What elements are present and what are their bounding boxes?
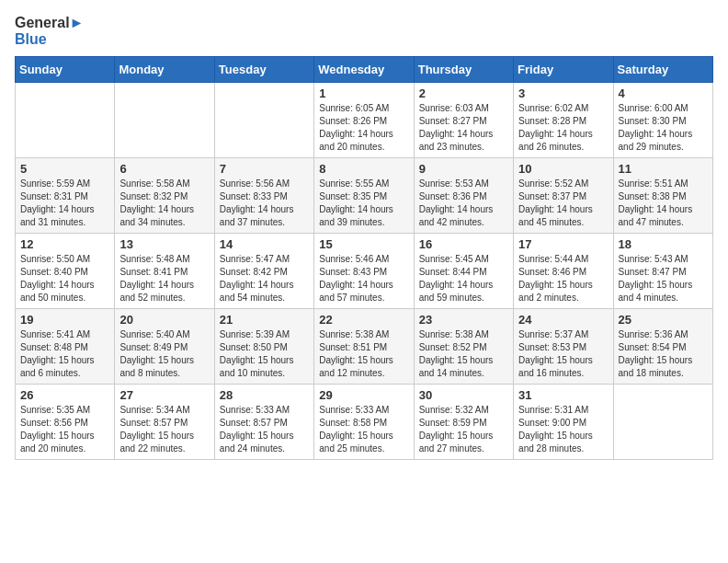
- day-cell: 4Sunrise: 6:00 AM Sunset: 8:30 PM Daylig…: [613, 83, 712, 158]
- weekday-header-sunday: Sunday: [16, 57, 115, 83]
- day-number: 31: [518, 388, 608, 402]
- weekday-header-monday: Monday: [115, 57, 214, 83]
- logo-general: General►: [15, 15, 84, 31]
- day-number: 18: [619, 237, 708, 251]
- week-row-3: 12Sunrise: 5:50 AM Sunset: 8:40 PM Dayli…: [16, 234, 713, 309]
- week-row-4: 19Sunrise: 5:41 AM Sunset: 8:48 PM Dayli…: [16, 309, 713, 385]
- day-number: 12: [20, 237, 109, 251]
- day-info: Sunrise: 5:43 AM Sunset: 8:47 PM Dayligh…: [619, 253, 708, 304]
- day-cell: [115, 83, 214, 158]
- day-cell: 23Sunrise: 5:38 AM Sunset: 8:52 PM Dayli…: [414, 309, 513, 385]
- day-number: 7: [220, 162, 309, 176]
- day-cell: [613, 385, 712, 460]
- day-cell: 13Sunrise: 5:48 AM Sunset: 8:41 PM Dayli…: [115, 234, 214, 309]
- day-cell: 7Sunrise: 5:56 AM Sunset: 8:33 PM Daylig…: [214, 158, 313, 234]
- day-number: 5: [20, 162, 109, 176]
- day-info: Sunrise: 6:00 AM Sunset: 8:30 PM Dayligh…: [619, 102, 708, 154]
- day-info: Sunrise: 5:51 AM Sunset: 8:38 PM Dayligh…: [619, 178, 708, 229]
- day-number: 21: [220, 313, 309, 327]
- day-cell: 27Sunrise: 5:34 AM Sunset: 8:57 PM Dayli…: [115, 385, 214, 460]
- day-number: 14: [220, 237, 309, 251]
- day-number: 1: [319, 86, 408, 100]
- day-cell: 5Sunrise: 5:59 AM Sunset: 8:31 PM Daylig…: [16, 158, 115, 234]
- logo-svg: General► Blue: [15, 15, 84, 47]
- day-cell: 31Sunrise: 5:31 AM Sunset: 9:00 PM Dayli…: [514, 385, 613, 460]
- day-number: 29: [319, 388, 408, 402]
- day-cell: 20Sunrise: 5:40 AM Sunset: 8:49 PM Dayli…: [115, 309, 214, 385]
- day-number: 23: [419, 313, 508, 327]
- day-cell: 1Sunrise: 6:05 AM Sunset: 8:26 PM Daylig…: [314, 83, 414, 158]
- day-cell: 24Sunrise: 5:37 AM Sunset: 8:53 PM Dayli…: [514, 309, 613, 385]
- day-cell: 22Sunrise: 5:38 AM Sunset: 8:51 PM Dayli…: [314, 309, 414, 385]
- day-info: Sunrise: 5:36 AM Sunset: 8:54 PM Dayligh…: [619, 328, 708, 380]
- day-number: 3: [518, 86, 608, 100]
- day-info: Sunrise: 5:58 AM Sunset: 8:32 PM Dayligh…: [119, 178, 209, 229]
- day-info: Sunrise: 5:35 AM Sunset: 8:56 PM Dayligh…: [20, 404, 109, 455]
- day-number: 8: [319, 162, 408, 176]
- day-info: Sunrise: 5:34 AM Sunset: 8:57 PM Dayligh…: [119, 404, 209, 455]
- day-cell: 30Sunrise: 5:32 AM Sunset: 8:59 PM Dayli…: [414, 385, 513, 460]
- day-info: Sunrise: 6:03 AM Sunset: 8:27 PM Dayligh…: [419, 102, 508, 154]
- day-info: Sunrise: 5:47 AM Sunset: 8:42 PM Dayligh…: [220, 253, 309, 304]
- day-number: 22: [319, 313, 408, 327]
- day-cell: 16Sunrise: 5:45 AM Sunset: 8:44 PM Dayli…: [414, 234, 513, 309]
- day-number: 13: [119, 237, 209, 251]
- day-cell: 28Sunrise: 5:33 AM Sunset: 8:57 PM Dayli…: [214, 385, 313, 460]
- day-info: Sunrise: 5:53 AM Sunset: 8:36 PM Dayligh…: [419, 178, 508, 229]
- day-info: Sunrise: 5:45 AM Sunset: 8:44 PM Dayligh…: [419, 253, 508, 304]
- day-cell: 2Sunrise: 6:03 AM Sunset: 8:27 PM Daylig…: [414, 83, 513, 158]
- day-number: 30: [419, 388, 508, 402]
- day-number: 10: [518, 162, 608, 176]
- day-info: Sunrise: 5:31 AM Sunset: 9:00 PM Dayligh…: [518, 404, 608, 455]
- day-number: 19: [20, 313, 109, 327]
- page-header: General► Blue: [15, 15, 713, 47]
- weekday-header-wednesday: Wednesday: [314, 57, 414, 83]
- day-info: Sunrise: 5:46 AM Sunset: 8:43 PM Dayligh…: [319, 253, 408, 304]
- day-cell: 6Sunrise: 5:58 AM Sunset: 8:32 PM Daylig…: [115, 158, 214, 234]
- day-info: Sunrise: 5:48 AM Sunset: 8:41 PM Dayligh…: [119, 253, 209, 304]
- day-info: Sunrise: 5:59 AM Sunset: 8:31 PM Dayligh…: [20, 178, 109, 229]
- day-cell: 8Sunrise: 5:55 AM Sunset: 8:35 PM Daylig…: [314, 158, 414, 234]
- weekday-header-saturday: Saturday: [613, 57, 712, 83]
- day-info: Sunrise: 6:05 AM Sunset: 8:26 PM Dayligh…: [319, 102, 408, 154]
- day-number: 20: [119, 313, 209, 327]
- day-number: 25: [619, 313, 708, 327]
- day-info: Sunrise: 5:40 AM Sunset: 8:49 PM Dayligh…: [119, 328, 209, 380]
- day-cell: 25Sunrise: 5:36 AM Sunset: 8:54 PM Dayli…: [613, 309, 712, 385]
- day-cell: 15Sunrise: 5:46 AM Sunset: 8:43 PM Dayli…: [314, 234, 414, 309]
- day-info: Sunrise: 5:44 AM Sunset: 8:46 PM Dayligh…: [518, 253, 608, 304]
- day-number: 9: [419, 162, 508, 176]
- day-number: 11: [619, 162, 708, 176]
- day-number: 28: [220, 388, 309, 402]
- day-info: Sunrise: 5:38 AM Sunset: 8:52 PM Dayligh…: [419, 328, 508, 380]
- day-cell: 18Sunrise: 5:43 AM Sunset: 8:47 PM Dayli…: [613, 234, 712, 309]
- day-info: Sunrise: 5:33 AM Sunset: 8:58 PM Dayligh…: [319, 404, 408, 455]
- week-row-5: 26Sunrise: 5:35 AM Sunset: 8:56 PM Dayli…: [16, 385, 713, 460]
- day-cell: 9Sunrise: 5:53 AM Sunset: 8:36 PM Daylig…: [414, 158, 513, 234]
- day-number: 6: [119, 162, 209, 176]
- day-number: 27: [119, 388, 209, 402]
- day-cell: 10Sunrise: 5:52 AM Sunset: 8:37 PM Dayli…: [514, 158, 613, 234]
- weekday-header-thursday: Thursday: [414, 57, 513, 83]
- day-cell: 21Sunrise: 5:39 AM Sunset: 8:50 PM Dayli…: [214, 309, 313, 385]
- day-info: Sunrise: 5:50 AM Sunset: 8:40 PM Dayligh…: [20, 253, 109, 304]
- day-number: 17: [518, 237, 608, 251]
- day-cell: 11Sunrise: 5:51 AM Sunset: 8:38 PM Dayli…: [613, 158, 712, 234]
- day-info: Sunrise: 5:39 AM Sunset: 8:50 PM Dayligh…: [220, 328, 309, 380]
- day-cell: 19Sunrise: 5:41 AM Sunset: 8:48 PM Dayli…: [16, 309, 115, 385]
- day-info: Sunrise: 5:37 AM Sunset: 8:53 PM Dayligh…: [518, 328, 608, 380]
- day-cell: [16, 83, 115, 158]
- week-row-1: 1Sunrise: 6:05 AM Sunset: 8:26 PM Daylig…: [16, 83, 713, 158]
- week-row-2: 5Sunrise: 5:59 AM Sunset: 8:31 PM Daylig…: [16, 158, 713, 234]
- day-cell: 17Sunrise: 5:44 AM Sunset: 8:46 PM Dayli…: [514, 234, 613, 309]
- day-cell: 3Sunrise: 6:02 AM Sunset: 8:28 PM Daylig…: [514, 83, 613, 158]
- day-number: 16: [419, 237, 508, 251]
- day-number: 2: [419, 86, 508, 100]
- logo: General► Blue: [15, 15, 84, 47]
- calendar-table: SundayMondayTuesdayWednesdayThursdayFrid…: [15, 56, 713, 460]
- day-cell: 29Sunrise: 5:33 AM Sunset: 8:58 PM Dayli…: [314, 385, 414, 460]
- day-info: Sunrise: 5:38 AM Sunset: 8:51 PM Dayligh…: [319, 328, 408, 380]
- day-number: 4: [619, 86, 708, 100]
- day-cell: [214, 83, 313, 158]
- day-info: Sunrise: 6:02 AM Sunset: 8:28 PM Dayligh…: [518, 102, 608, 154]
